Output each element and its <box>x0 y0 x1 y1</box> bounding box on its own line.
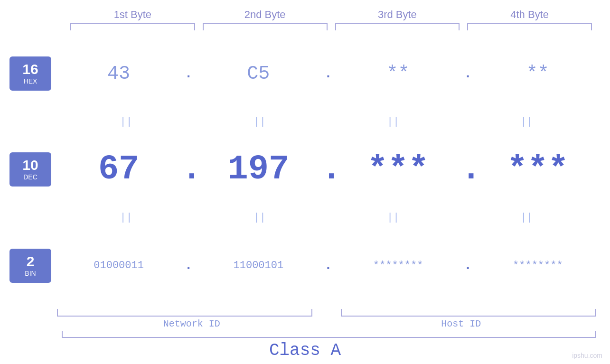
equals-row-1: || || || || <box>66 115 586 128</box>
bin-base-number: 2 <box>27 254 35 269</box>
bin-byte3: ******** <box>336 260 461 271</box>
equals-row-2: || || || || <box>66 211 586 224</box>
bracket-byte1 <box>70 23 195 30</box>
byte3-header: 3rd Byte <box>331 9 464 21</box>
bin-badge: 2 BIN <box>9 249 51 283</box>
host-id-label: Host ID <box>327 318 596 329</box>
bin-dot1: . <box>181 258 196 273</box>
byte1-header: 1st Byte <box>66 9 199 21</box>
bracket-byte4 <box>467 23 592 30</box>
watermark: ipshu.com <box>572 352 602 359</box>
eq2-b4: || <box>467 212 586 224</box>
bin-base-label: BIN <box>25 270 36 277</box>
dec-dot3: . <box>461 150 475 189</box>
dec-row: 10 DEC 67 . 197 . *** . *** <box>9 128 601 211</box>
hex-badge: 16 HEX <box>9 56 51 91</box>
eq2-b1: || <box>66 212 186 224</box>
class-area: Class A <box>0 331 610 360</box>
hex-values-row: 43 . C5 . ** . ** <box>56 63 601 84</box>
eq1-b1: || <box>66 116 186 128</box>
dec-byte4: *** <box>475 150 601 189</box>
byte2-header: 2nd Byte <box>199 9 331 21</box>
network-bracket <box>57 309 312 317</box>
byte4-header: 4th Byte <box>463 9 596 21</box>
bin-values-row: 01000011 . 11000101 . ******** . *******… <box>56 258 601 273</box>
network-id-label: Network ID <box>57 318 327 329</box>
byte-headers: 1st Byte 2nd Byte 3rd Byte 4th Byte <box>66 9 596 21</box>
eq1-b2: || <box>200 116 319 128</box>
top-brackets <box>66 23 596 32</box>
dec-dot1: . <box>181 150 196 189</box>
class-bracket <box>62 331 596 338</box>
eq2-b2: || <box>200 212 319 224</box>
hex-dot3: . <box>461 66 475 81</box>
class-label: Class A <box>269 341 341 360</box>
bracket-byte3 <box>335 23 460 30</box>
hex-base-number: 16 <box>22 62 38 76</box>
dec-byte1: 67 <box>56 150 181 189</box>
eq1-b3: || <box>334 116 453 128</box>
host-bracket <box>341 309 596 317</box>
dec-dot2: . <box>321 150 336 189</box>
main-container: 1st Byte 2nd Byte 3rd Byte 4th Byte 16 H… <box>0 0 610 364</box>
eq2-b3: || <box>334 212 453 224</box>
hex-byte4: ** <box>475 63 601 84</box>
bin-byte1: 01000011 <box>56 260 181 271</box>
hex-dot1: . <box>181 66 196 81</box>
bin-byte2: 11000101 <box>196 260 321 271</box>
eq1-b4: || <box>467 116 586 128</box>
dec-base-number: 10 <box>22 158 38 172</box>
dec-badge: 10 DEC <box>9 152 51 187</box>
bracket-byte2 <box>203 23 328 30</box>
bin-dot3: . <box>461 258 475 273</box>
dec-base-label: DEC <box>23 173 38 181</box>
id-labels-row: Network ID Host ID <box>57 318 596 329</box>
content-area: 16 HEX 43 . C5 . ** . ** <box>9 32 601 307</box>
hex-dot2: . <box>321 66 336 81</box>
dec-values-row: 67 . 197 . *** . *** <box>56 150 601 189</box>
hex-row: 16 HEX 43 . C5 . ** . ** <box>9 32 601 115</box>
bin-dot2: . <box>321 258 336 273</box>
hex-base-label: HEX <box>24 77 38 85</box>
hex-byte3: ** <box>336 63 461 84</box>
bin-row: 2 BIN 01000011 . 11000101 . ******** . *… <box>9 224 601 307</box>
dec-byte2: 197 <box>196 150 321 189</box>
hex-byte1: 43 <box>56 63 181 84</box>
dec-byte3: *** <box>336 150 461 189</box>
hex-byte2: C5 <box>196 63 321 84</box>
bin-byte4: ******** <box>475 260 601 271</box>
bottom-brackets <box>57 307 596 317</box>
